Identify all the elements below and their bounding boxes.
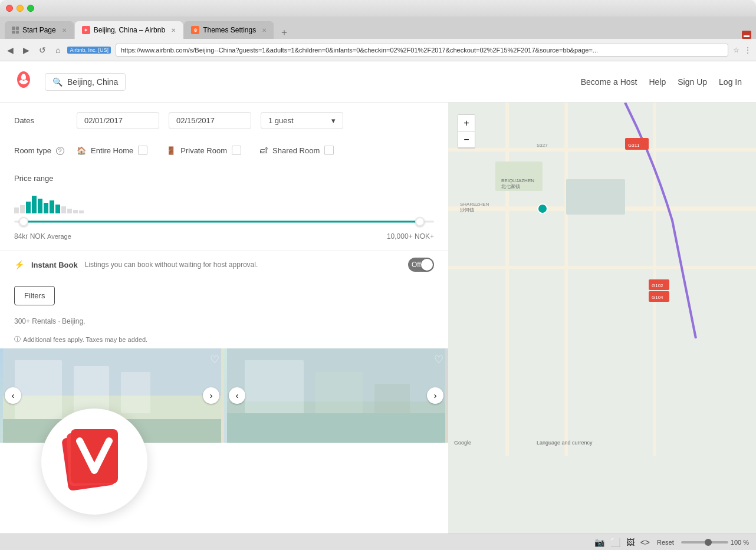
instant-book-desc: Listings you can book without waiting fo… xyxy=(85,261,401,269)
dates-row: Dates 1 guest ▾ xyxy=(0,103,448,129)
bookmark-icon[interactable]: ☆ xyxy=(733,46,739,54)
toggle-label: Off xyxy=(412,261,421,269)
instant-book-label: Instant Book xyxy=(31,261,78,269)
status-icons: 📷 ⬜ 🖼 <> xyxy=(594,538,650,547)
image-icon[interactable]: 🖼 xyxy=(626,538,635,547)
property-image-2 xyxy=(224,348,448,443)
private-room-label: Private Room xyxy=(180,146,227,155)
tab-airbnb-close-icon[interactable]: ✕ xyxy=(171,27,176,34)
minimize-button[interactable] xyxy=(17,5,24,12)
room-type-help-icon[interactable]: ? xyxy=(56,147,64,155)
price-range-label: Price range xyxy=(14,174,434,183)
address-input[interactable] xyxy=(116,44,728,57)
entire-home-label: Entire Home xyxy=(91,146,133,155)
vivaldi-logo-circle xyxy=(41,409,147,515)
map-zoom-out[interactable]: − xyxy=(458,131,475,148)
histogram-bar xyxy=(67,209,72,213)
login-link[interactable]: Log In xyxy=(719,77,742,87)
become-host-link[interactable]: Become a Host xyxy=(581,77,637,87)
zoom-knob[interactable] xyxy=(705,539,712,546)
tab-themes[interactable]: ⚙ Themes Settings ✕ xyxy=(184,21,274,39)
filters-button[interactable]: Filters xyxy=(14,286,55,305)
map-svg: S327 S327 SHAREZHEN 沙河镇 BEIQUJAZHEN 北七家镇… xyxy=(448,103,756,533)
heart-icon-1[interactable]: ♡ xyxy=(210,353,219,366)
maximize-button[interactable] xyxy=(27,5,34,12)
histogram-bar xyxy=(61,206,66,213)
private-room-option[interactable]: 🚪 Private Room xyxy=(166,146,241,155)
tab-airbnb[interactable]: ✦ Beijing, China – Airbnb ✕ xyxy=(75,21,183,39)
fullscreen-icon[interactable]: ⬜ xyxy=(610,538,620,547)
svg-text:G104: G104 xyxy=(652,295,663,300)
dates-label: Dates xyxy=(14,116,67,125)
help-link[interactable]: Help xyxy=(649,77,666,87)
filters-btn-row: Filters xyxy=(0,279,448,312)
svg-text:北七家镇: 北七家镇 xyxy=(501,184,520,189)
code-icon[interactable]: <> xyxy=(640,538,650,547)
svg-rect-12 xyxy=(448,103,756,533)
shared-room-option[interactable]: 🛋 Shared Room xyxy=(260,146,334,155)
histogram-bar xyxy=(79,210,84,213)
shared-room-label: Shared Room xyxy=(272,146,320,155)
price-range-section: Price range xyxy=(0,164,448,250)
instant-book-toggle[interactable]: Off xyxy=(408,258,434,272)
new-tab-button[interactable]: ＋ xyxy=(275,27,294,39)
forward-button[interactable]: ▶ xyxy=(21,44,32,56)
tab-close-icon[interactable]: ✕ xyxy=(62,27,67,34)
chevron-down-icon: ▾ xyxy=(331,116,336,125)
svg-text:G102: G102 xyxy=(652,283,663,288)
svg-rect-24 xyxy=(566,179,625,215)
header-nav: Become a Host Help Sign Up Log In xyxy=(581,77,742,87)
search-bar[interactable]: 🔍 Beijing, China xyxy=(45,73,126,91)
price-slider[interactable] xyxy=(14,216,434,228)
menu-icon[interactable]: ⋮ xyxy=(744,46,751,54)
heart-icon-2[interactable]: ♡ xyxy=(434,353,443,366)
zoom-slider[interactable] xyxy=(681,541,728,544)
map-zoom-control: + − xyxy=(458,114,475,149)
room-type-label: Room type ? xyxy=(14,146,67,155)
slider-thumb-max[interactable] xyxy=(415,217,425,226)
instant-book-row: ⚡ Instant Book Listings you can book wit… xyxy=(0,250,448,279)
airbnb-logo xyxy=(14,70,33,93)
guest-value: 1 guest xyxy=(268,116,294,125)
tab-start-page[interactable]: Start Page ✕ xyxy=(5,21,74,39)
next-image-1[interactable]: › xyxy=(203,387,219,404)
shared-room-checkbox[interactable] xyxy=(324,146,334,155)
search-text: Beijing, China xyxy=(67,77,118,87)
next-image-2[interactable]: › xyxy=(427,387,443,404)
screenshot-icon[interactable]: 📷 xyxy=(594,538,604,547)
airbnb-header: 🔍 Beijing, China Become a Host Help Sign… xyxy=(0,61,756,103)
price-max-label: 10,000+ NOK+ xyxy=(387,232,434,241)
reload-button[interactable]: ↺ xyxy=(37,44,48,56)
zoom-label: 100 % xyxy=(731,539,749,546)
date-to-input[interactable] xyxy=(169,112,251,129)
svg-rect-3 xyxy=(74,366,109,413)
property-card-2: ♡ ‹ › xyxy=(224,348,448,443)
entire-home-option[interactable]: 🏠 Entire Home xyxy=(77,146,147,155)
slider-thumb-min[interactable] xyxy=(19,217,28,226)
signup-link[interactable]: Sign Up xyxy=(678,77,707,87)
entire-home-checkbox[interactable] xyxy=(138,146,147,155)
guest-selector[interactable]: 1 guest ▾ xyxy=(261,112,343,129)
reset-label[interactable]: Reset xyxy=(657,539,674,546)
private-room-checkbox[interactable] xyxy=(232,146,241,155)
window-close-btn[interactable]: ▬ xyxy=(742,31,751,39)
price-range-labels: 84kr NOK Average 10,000+ NOK+ xyxy=(14,232,434,241)
svg-text:沙河镇: 沙河镇 xyxy=(460,208,474,213)
airbnb-favicon: ✦ xyxy=(82,26,90,34)
window-close: ▬ xyxy=(742,31,751,39)
prev-image-1[interactable]: ‹ xyxy=(5,387,21,404)
home-button[interactable]: ⌂ xyxy=(53,44,63,56)
prev-image-2[interactable]: ‹ xyxy=(229,387,245,404)
date-from-input[interactable] xyxy=(77,112,159,129)
svg-rect-11 xyxy=(227,413,445,443)
vivaldi-logo-svg xyxy=(59,426,130,497)
tab-bar: Start Page ✕ ✦ Beijing, China – Airbnb ✕… xyxy=(0,17,756,39)
results-bar: 300+ Rentals · Beijing, xyxy=(0,312,448,330)
map-background: S327 S327 SHAREZHEN 沙河镇 BEIQUJAZHEN 北七家镇… xyxy=(448,103,756,533)
tab-themes-close-icon[interactable]: ✕ xyxy=(262,27,267,34)
map-zoom-in[interactable]: + xyxy=(458,115,475,131)
svg-rect-4 xyxy=(121,372,150,413)
close-button[interactable] xyxy=(6,5,13,12)
fee-note-text: Additional fees apply. Taxes may be adde… xyxy=(23,336,147,343)
back-button[interactable]: ◀ xyxy=(5,44,16,56)
